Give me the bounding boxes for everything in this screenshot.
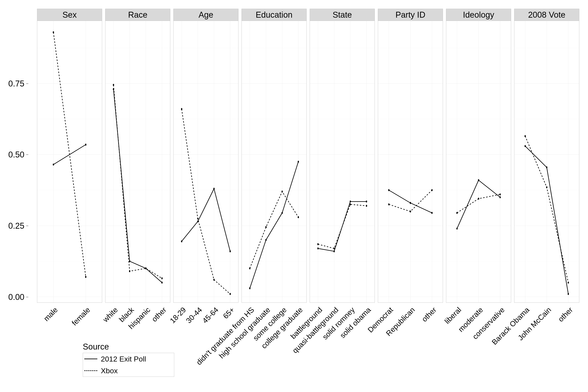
- series-line-exit: [182, 189, 230, 251]
- series-point: [129, 260, 130, 262]
- y-tick-mark: [26, 84, 28, 84]
- y-axis: 0.000.250.500.75: [0, 9, 28, 303]
- series-line-xbox: [318, 204, 366, 248]
- panel-plot: [174, 21, 238, 302]
- series-point: [265, 226, 266, 228]
- legend-items: 2012 Exit PollXbox: [83, 353, 174, 377]
- legend-label: 2012 Exit Poll: [101, 355, 146, 363]
- series-point: [388, 204, 390, 205]
- panel-body: whiteblackhispanicother: [105, 21, 170, 303]
- series-line-xbox: [114, 85, 162, 278]
- chart-root: 0.000.250.500.75 SexmalefemaleRacewhiteb…: [0, 0, 588, 392]
- series-point: [298, 161, 299, 163]
- panel: Racewhiteblackhispanicother: [105, 9, 170, 303]
- series-point: [85, 276, 86, 278]
- series-point: [265, 239, 266, 241]
- series-point: [214, 279, 215, 281]
- x-ticks: battlegroundquasi-battlegroundsolid romn…: [310, 302, 374, 376]
- series-point: [282, 212, 283, 214]
- y-tick-mark: [26, 297, 28, 297]
- legend-line-icon: [84, 359, 97, 359]
- x-ticks: DemocratRepublicanother: [378, 302, 443, 376]
- panel: Statebattlegroundquasi-battlegroundsolid…: [310, 9, 375, 303]
- facet-strip: Party ID: [378, 9, 443, 21]
- legend-item: Xbox: [83, 365, 174, 376]
- x-tick-label: other: [420, 306, 438, 324]
- series-point: [129, 270, 130, 272]
- series-point: [568, 282, 569, 284]
- y-tick-label: 0.00: [8, 292, 24, 302]
- x-ticks: Barack ObamaJohn McCainother: [514, 302, 579, 376]
- x-tick-label: 65+: [221, 306, 236, 320]
- series-point: [456, 228, 458, 230]
- series-point: [145, 268, 146, 270]
- series-point: [366, 205, 367, 207]
- x-tick-label: white: [101, 306, 120, 324]
- series-point: [85, 144, 86, 146]
- panel-body: malefemale: [37, 21, 102, 303]
- series-point: [410, 210, 411, 212]
- series-point: [478, 179, 479, 181]
- series-point: [282, 190, 283, 192]
- y-tick-mark: [26, 154, 28, 155]
- y-tick-label: 0.75: [8, 79, 24, 88]
- series-point: [432, 212, 433, 214]
- x-tick-label: other: [556, 306, 574, 324]
- series-point: [113, 84, 114, 86]
- panel-body: DemocratRepublicanother: [378, 21, 443, 303]
- x-tick-label: 45-64: [200, 306, 220, 325]
- series-point: [53, 31, 54, 33]
- panel-plot: [310, 21, 374, 302]
- facet-strip: Sex: [37, 9, 102, 21]
- series-line-xbox: [182, 109, 230, 294]
- series-point: [230, 293, 231, 295]
- x-ticks: 18-2930-4445-6465+: [174, 302, 238, 376]
- series-point: [500, 194, 501, 195]
- series-point: [161, 282, 163, 284]
- legend-label: Xbox: [101, 366, 118, 375]
- series-point: [298, 216, 299, 218]
- facet-strip: 2008 Vote: [514, 9, 579, 21]
- facet-strip: Race: [105, 9, 170, 21]
- panels-row: SexmalefemaleRacewhiteblackhispanicother…: [9, 9, 579, 303]
- series-point: [317, 248, 318, 249]
- series-point: [525, 135, 526, 137]
- facet-strip: Age: [173, 9, 238, 21]
- series-line-exit: [114, 89, 162, 282]
- legend-swatch: [83, 353, 99, 365]
- panel: Educationdidn't graduate from HShigh sch…: [242, 9, 307, 303]
- series-point: [161, 277, 163, 279]
- series-line-exit: [250, 162, 298, 288]
- legend: Source 2012 Exit PollXbox: [83, 342, 174, 377]
- series-point: [53, 164, 54, 166]
- legend-title: Source: [83, 342, 174, 352]
- series-point: [388, 189, 390, 191]
- y-tick-label: 0.50: [8, 150, 24, 160]
- series-point: [456, 212, 458, 214]
- series-point: [568, 293, 569, 295]
- series-point: [350, 204, 351, 205]
- series-point: [181, 240, 182, 242]
- panel: Age18-2930-4445-6465+: [173, 9, 238, 303]
- series-point: [500, 196, 501, 198]
- series-point: [230, 250, 231, 252]
- series-point: [249, 268, 250, 270]
- series-point: [350, 200, 351, 202]
- series-point: [546, 186, 548, 188]
- panel-body: battlegroundquasi-battlegroundsolid romn…: [310, 21, 375, 303]
- x-tick-label: female: [70, 306, 92, 327]
- panel-body: liberalmoderateconservative: [446, 21, 511, 303]
- x-tick-label: 18-29: [168, 306, 188, 325]
- series-point: [334, 250, 335, 252]
- series-point: [317, 243, 318, 245]
- panel-body: 18-2930-4445-6465+: [173, 21, 238, 303]
- panel-plot: [106, 21, 170, 302]
- y-tick-label: 0.25: [8, 221, 24, 231]
- series-point: [525, 145, 526, 147]
- series-point: [478, 198, 479, 200]
- panel: Ideologyliberalmoderateconservative: [446, 9, 511, 303]
- series-point: [410, 202, 411, 204]
- panel-plot: [514, 21, 579, 302]
- panel-plot: [242, 21, 306, 302]
- series-point: [546, 166, 548, 168]
